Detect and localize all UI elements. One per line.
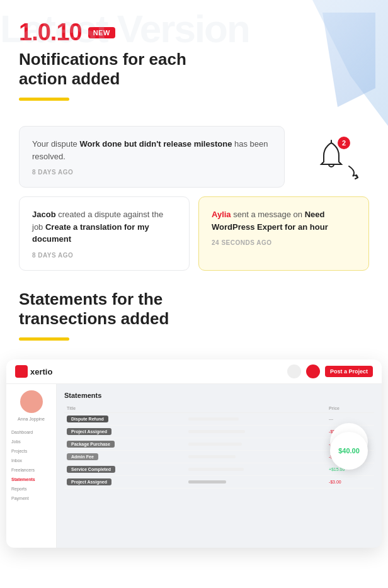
row-tag: Dispute Refund — [64, 413, 186, 426]
dashboard-logo: xertio — [15, 365, 52, 378]
table-row: Project Assigned -$5.00 — [64, 426, 374, 438]
notification-card-1: Your dispute Work done but didn't releas… — [19, 126, 285, 188]
user-name: Anna Joppine — [6, 417, 56, 421]
table-row: Dispute Refund — — [64, 413, 374, 426]
table-row: Admin Fee -$2.50 — [64, 451, 374, 463]
row-tag: Service Completed — [64, 463, 186, 476]
version-number: 1.0.10 — [19, 19, 82, 46]
version-line: 1.0.10 NEW — [19, 19, 369, 46]
nav-jobs[interactable]: Jobs — [6, 437, 56, 446]
nav-freelancers[interactable]: Freelancers — [6, 465, 56, 475]
dashboard-screenshot: xertio Post a Project Anna Joppine Dashb… — [6, 359, 382, 548]
col-desc — [186, 404, 326, 413]
notification-time-2: 8 DAYS AGO — [32, 252, 176, 259]
dashboard-main: Statements Title Price Dispute Refund — [57, 384, 382, 548]
post-project-btn[interactable]: Post a Project — [325, 366, 373, 377]
row-price: -$3.00 — [326, 476, 374, 489]
notifications-area: Your dispute Work done but didn't releas… — [0, 126, 388, 271]
notification-row-1: Your dispute Work done but didn't releas… — [19, 126, 369, 188]
topbar-icons: Post a Project — [287, 365, 373, 378]
nav-statements[interactable]: Statements — [6, 475, 56, 484]
row-tag: Project Assigned — [64, 476, 186, 489]
yellow-divider — [19, 98, 69, 101]
row-tag: Project Assigned — [64, 426, 186, 438]
bell-area: 2 — [294, 126, 369, 188]
dashboard-body: Anna Joppine Dashboard Jobs Projects Inb… — [6, 384, 382, 548]
notification-time-3: 24 SECONDS AGO — [212, 239, 356, 246]
row-desc — [186, 476, 326, 489]
row-tag: Admin Fee — [64, 451, 186, 463]
nav-payment[interactable]: Payment — [6, 494, 56, 503]
row-desc — [186, 451, 326, 463]
notification-card-3: Aylia sent a message on Need WordPress E… — [198, 196, 369, 271]
notification-text-3: Aylia sent a message on Need WordPress E… — [212, 208, 356, 233]
bell-badge-count: 2 — [338, 137, 350, 149]
statements-section: Statements for the transections added — [0, 271, 388, 359]
topbar-icon-search — [287, 365, 301, 378]
notification-card-2: Jacob created a dispute against the job … — [19, 196, 190, 271]
logo-text: xertio — [30, 367, 52, 376]
topbar-avatar — [306, 365, 320, 378]
user-avatar — [20, 390, 43, 413]
nav-dashboard[interactable]: Dashboard — [6, 427, 56, 437]
logo-icon — [15, 365, 28, 378]
new-badge: NEW — [88, 27, 115, 38]
col-title: Title — [64, 404, 186, 413]
table-row: Package Purchase -$8.00 — [64, 438, 374, 451]
notification-text-2: Jacob created a dispute against the job … — [32, 208, 176, 246]
dash-page-title: Statements — [64, 392, 374, 399]
row-desc — [186, 438, 326, 451]
table-row: Project Assigned -$3.00 — [64, 476, 374, 489]
hero-section: Latest Version 1.0.10 NEW Notifications … — [0, 0, 388, 126]
nav-inbox[interactable]: Inbox — [6, 456, 56, 465]
row-tag: Package Purchase — [64, 438, 186, 451]
bell-icon: 2 — [315, 139, 348, 174]
notification-text-1: Your dispute Work done but didn't releas… — [32, 138, 271, 162]
statements-title: Statements for the transections added — [19, 290, 233, 329]
dashboard-sidebar: Anna Joppine Dashboard Jobs Projects Inb… — [6, 384, 57, 548]
price-bubble-bottom: $40.00 — [330, 432, 368, 470]
hero-title: Notifications for each action added — [19, 50, 220, 89]
notification-row-2: Jacob created a dispute against the job … — [19, 196, 369, 271]
cursor-icon — [344, 162, 363, 181]
nav-reports[interactable]: Reports — [6, 484, 56, 494]
statements-table: Title Price Dispute Refund — Project Ass — [64, 404, 374, 489]
row-desc — [186, 413, 326, 426]
dashboard-topbar: xertio Post a Project — [6, 359, 382, 384]
col-price: Price — [326, 404, 374, 413]
statements-yellow-divider — [19, 337, 69, 341]
row-desc — [186, 463, 326, 476]
table-row: Service Completed +$15.00 — [64, 463, 374, 476]
nav-projects[interactable]: Projects — [6, 446, 56, 456]
row-desc — [186, 426, 326, 438]
notification-time-1: 8 DAYS AGO — [32, 169, 271, 176]
